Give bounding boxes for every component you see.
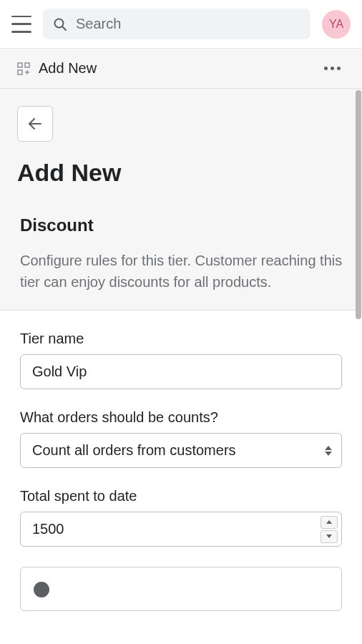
apps-icon <box>17 62 30 75</box>
orders-label: What orders should be counts? <box>20 409 342 426</box>
svg-rect-3 <box>25 63 29 67</box>
orders-field: What orders should be counts? Count all … <box>20 409 342 468</box>
tier-name-label: Tier name <box>20 331 342 347</box>
page-title: Add New <box>17 159 345 187</box>
page-header-section: Add New Discount Configure rules for thi… <box>0 89 362 310</box>
info-icon <box>34 582 49 597</box>
section-title: Discount <box>17 215 345 235</box>
search-icon <box>53 17 67 31</box>
breadcrumb-title: Add New <box>39 60 97 77</box>
tier-name-input[interactable] <box>20 354 342 389</box>
total-spent-input[interactable] <box>20 512 342 547</box>
spinner-up-button[interactable] <box>321 516 338 529</box>
svg-marker-11 <box>326 535 332 538</box>
section-description: Configure rules for this tier. Customer … <box>17 250 345 293</box>
search-input[interactable]: Search <box>43 9 310 39</box>
avatar[interactable]: YA <box>322 10 351 39</box>
total-spent-field: Total spent to date <box>20 488 342 547</box>
content-wrapper: Add New Discount Configure rules for thi… <box>0 89 362 629</box>
svg-point-0 <box>55 19 64 27</box>
more-options-button[interactable] <box>320 62 345 74</box>
svg-marker-10 <box>326 520 332 524</box>
spinner-down-button[interactable] <box>321 530 338 543</box>
svg-line-1 <box>63 26 67 30</box>
arrow-left-icon <box>27 116 43 132</box>
orders-select[interactable]: Count all orders from customers <box>20 433 342 468</box>
back-button[interactable] <box>17 106 53 142</box>
form-section: Tier name What orders should be counts? … <box>0 310 362 629</box>
search-placeholder: Search <box>76 16 121 32</box>
hamburger-menu-button[interactable] <box>11 16 31 33</box>
tier-name-field: Tier name <box>20 331 342 389</box>
svg-rect-2 <box>18 63 22 67</box>
total-spent-label: Total spent to date <box>20 488 342 504</box>
topbar: Search YA <box>0 0 362 49</box>
info-card <box>20 567 342 611</box>
svg-rect-4 <box>18 70 22 74</box>
number-spinners <box>321 516 338 543</box>
subheader: Add New <box>0 49 362 89</box>
scrollbar[interactable] <box>355 89 362 629</box>
